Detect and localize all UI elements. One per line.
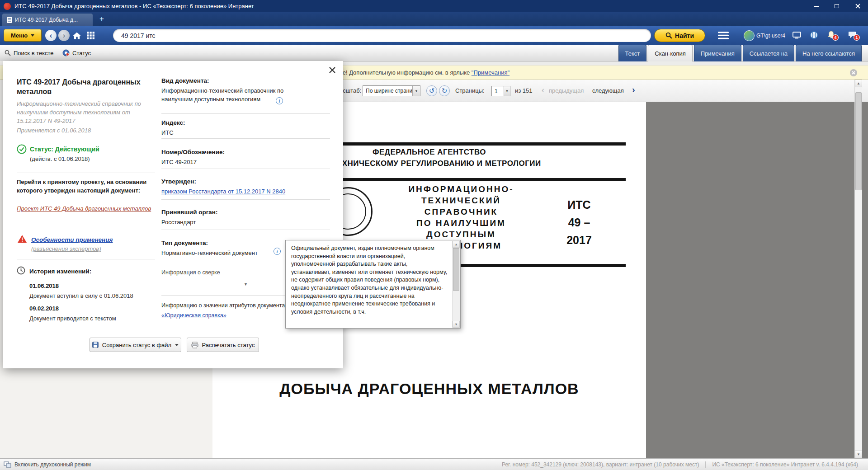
divider [161, 230, 330, 230]
close-icon [329, 66, 336, 74]
back-button[interactable]: ‹ [45, 30, 57, 41]
online-services-button[interactable] [810, 31, 818, 41]
workstation-button[interactable] [793, 32, 801, 41]
approved-order-link[interactable]: приказом Росстандарта от 15.12.2017 N 28… [161, 187, 285, 196]
maximize-button[interactable] [826, 0, 847, 12]
rotate-left-button[interactable]: ↺ [426, 85, 437, 96]
find-button[interactable]: Найти [654, 29, 705, 42]
dual-window-toggle[interactable]: Включить двухоконный режим [0, 461, 91, 468]
hamburger-menu-button[interactable] [718, 32, 729, 41]
services-grid-button[interactable] [87, 32, 94, 41]
dual-window-label: Включить двухоконный режим [14, 461, 91, 468]
home-button[interactable] [72, 32, 81, 42]
document-tab-label: ИТС 49-2017 Добыча д... [15, 17, 78, 23]
scroll-up-button[interactable]: ▲ [855, 80, 862, 87]
window-title: ИТС 49-2017 Добыча драгоценных металлов … [14, 3, 254, 9]
info-icon[interactable]: i [276, 97, 283, 104]
number-label: Номер/Обозначение: [161, 149, 225, 155]
scrollbar-thumb[interactable] [453, 248, 459, 291]
secondary-toolbar: Поиск в тексте Статус Текст Скан-копия П… [0, 45, 868, 61]
notification-close-button[interactable] [850, 69, 857, 76]
divider [161, 199, 330, 200]
application-features-link[interactable]: Особенности применения [31, 236, 113, 243]
next-chevron-icon[interactable]: › [632, 85, 635, 95]
close-button[interactable] [847, 0, 868, 12]
scrollbar-thumb[interactable] [855, 92, 862, 190]
tab-references-to[interactable]: Ссылается на [743, 45, 794, 61]
dual-window-icon [4, 461, 11, 468]
popup-document-title: ИТС 49-2017 Добыча драгоценных металлов [17, 77, 157, 96]
page-number-select[interactable]: 1 ▼ [491, 86, 510, 96]
printer-icon [191, 342, 198, 348]
project-link[interactable]: Проект ИТС 49 Добыча драгоценных металло… [17, 205, 152, 213]
notes-link[interactable]: "Примечания" [472, 69, 509, 76]
monitor-icon [793, 32, 801, 39]
attributes-note: Информацию о значении атрибутов документ… [161, 302, 299, 309]
tab-scan-copy[interactable]: Скан-копия [648, 45, 693, 61]
tab-referenced-by[interactable]: На него ссылаются [796, 45, 862, 61]
minimize-button[interactable] [806, 0, 826, 12]
status-icon [62, 49, 70, 56]
popup-applies-note: Применяется с 01.06.2018 [17, 127, 91, 134]
version-info: ИС «Техэксперт: 6 поколение» Интранет v.… [712, 461, 858, 468]
tooltip-scrollbar[interactable]: ▲ ▼ [452, 241, 460, 328]
view-tabs: Текст Скан-копия Примечания Ссылается на… [617, 45, 862, 61]
menu-button[interactable]: Меню [4, 29, 42, 42]
divider [705, 461, 706, 468]
username-label: GT\gt-user4 [756, 33, 785, 39]
prev-page-button[interactable]: предыдущая [549, 87, 584, 94]
scroll-down-button[interactable]: ▼ [855, 451, 862, 458]
save-status-button[interactable]: Сохранить статус в файл [90, 338, 181, 352]
close-icon [852, 71, 855, 75]
document-code-block: ИТС 49 – 2017 [545, 196, 613, 249]
search-in-text-button[interactable]: Поиск в тексте [5, 45, 54, 61]
messages-badge: 1 [854, 34, 860, 41]
registration-info: Рег. номер: 452_342129 (ключ: 2008143), … [502, 461, 699, 468]
divider [17, 173, 155, 173]
scroll-down-button[interactable]: ▼ [453, 321, 460, 328]
main-toolbar: Меню ‹ › Найти GT\gt-user4 4 1 [0, 26, 868, 45]
doctype-label: Тип документа: [161, 240, 208, 246]
legal-reference-link[interactable]: «Юридическая справка» [161, 312, 226, 319]
notifications-badge: 4 [832, 34, 839, 41]
zoom-value: По ширине страницы [363, 88, 412, 94]
globe-icon [810, 31, 818, 39]
rotate-right-button[interactable]: ↻ [439, 85, 450, 96]
kind-label: Вид документа: [161, 77, 209, 84]
notification-text: Внимание! Дополнительную информацию см. … [318, 69, 509, 76]
divider [161, 113, 330, 114]
zoom-select[interactable]: По ширине страницы ▼ [363, 85, 420, 96]
print-status-label: Распечатать статус [202, 342, 255, 348]
vertical-scrollbar[interactable]: ▲ ▼ [854, 80, 862, 458]
tab-text[interactable]: Текст [618, 45, 647, 61]
info-icon[interactable]: i [274, 248, 281, 255]
organ-value: Росстандарт [161, 218, 196, 226]
doctype-tooltip: Официальный документ, издан полномочным … [285, 240, 461, 329]
history-date: 01.06.2018 [29, 282, 59, 289]
new-tab-button[interactable]: + [97, 14, 107, 24]
window-titlebar: ИТС 49-2017 Добыча драгоценных металлов … [0, 0, 868, 12]
search-input[interactable] [113, 29, 651, 42]
divider [161, 169, 330, 169]
status-value: Статус: Действующий [30, 146, 99, 153]
scroll-up-button[interactable]: ▲ [453, 241, 460, 248]
caret-down-icon [31, 34, 34, 37]
caret-down-icon: ▼ [504, 86, 510, 96]
prev-chevron-icon[interactable]: ‹ [542, 85, 544, 95]
forward-button[interactable]: › [58, 30, 70, 41]
tab-notes[interactable]: Примечания [694, 45, 741, 61]
document-tab[interactable]: ИТС 49-2017 Добыча д... [2, 14, 93, 26]
status-bar-info: Рег. номер: 452_342129 (ключ: 2008143), … [502, 461, 858, 468]
user-avatar[interactable] [744, 30, 755, 41]
index-label: Индекс: [161, 119, 185, 126]
verify-info-label: Информация о сверке [161, 269, 220, 276]
next-page-button[interactable]: следующая [592, 87, 624, 94]
experts-explanations-link[interactable]: (разъяснения экспертов) [31, 245, 101, 252]
caret-down-icon: ▼ [412, 86, 420, 96]
print-status-button[interactable]: Распечатать статус [187, 338, 259, 352]
app-window: ИТС 49-2017 Добыча драгоценных металлов … [0, 0, 868, 470]
menu-label: Меню [11, 32, 28, 39]
popup-close-button[interactable] [329, 66, 336, 75]
status-button[interactable]: Статус [62, 45, 91, 61]
search-icon [665, 32, 672, 39]
